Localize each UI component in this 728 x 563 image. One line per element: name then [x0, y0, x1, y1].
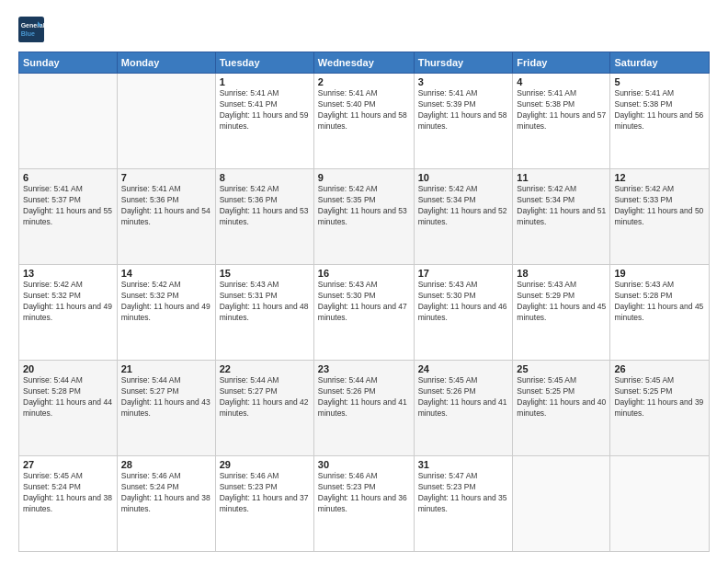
calendar-cell: 15Sunrise: 5:43 AMSunset: 5:31 PMDayligh…	[215, 265, 313, 361]
day-number: 11	[517, 172, 606, 183]
calendar-cell: 30Sunrise: 5:46 AMSunset: 5:23 PMDayligh…	[313, 456, 414, 552]
calendar-cell: 24Sunrise: 5:45 AMSunset: 5:26 PMDayligh…	[414, 361, 513, 456]
calendar-cell: 20Sunrise: 5:44 AMSunset: 5:28 PMDayligh…	[19, 361, 118, 456]
day-info: Sunrise: 5:41 AMSunset: 5:38 PMDaylight:…	[614, 88, 705, 132]
calendar-cell: 9Sunrise: 5:42 AMSunset: 5:35 PMDaylight…	[313, 169, 414, 265]
day-number: 31	[418, 459, 509, 470]
weekday-header-thursday: Thursday	[414, 52, 513, 74]
day-number: 15	[220, 268, 310, 279]
calendar-cell: 29Sunrise: 5:46 AMSunset: 5:23 PMDayligh…	[215, 456, 313, 552]
day-info: Sunrise: 5:43 AMSunset: 5:30 PMDaylight:…	[318, 280, 410, 324]
calendar-cell: 10Sunrise: 5:42 AMSunset: 5:34 PMDayligh…	[414, 169, 513, 265]
weekday-header-sunday: Sunday	[19, 52, 118, 74]
week-row-1: 1Sunrise: 5:41 AMSunset: 5:41 PMDaylight…	[19, 74, 710, 169]
day-info: Sunrise: 5:41 AMSunset: 5:40 PMDaylight:…	[318, 88, 410, 132]
day-number: 17	[418, 268, 509, 279]
calendar-cell: 1Sunrise: 5:41 AMSunset: 5:41 PMDaylight…	[215, 74, 313, 169]
svg-rect-0	[18, 17, 44, 42]
day-number: 19	[614, 268, 705, 279]
weekday-header-saturday: Saturday	[610, 52, 710, 74]
day-info: Sunrise: 5:41 AMSunset: 5:41 PMDaylight:…	[220, 88, 310, 132]
header: General Blue	[18, 17, 710, 42]
day-number: 26	[614, 363, 705, 374]
weekday-header-monday: Monday	[117, 52, 215, 74]
calendar-cell: 21Sunrise: 5:44 AMSunset: 5:27 PMDayligh…	[117, 361, 215, 456]
day-info: Sunrise: 5:45 AMSunset: 5:25 PMDaylight:…	[517, 375, 606, 419]
calendar-cell: 2Sunrise: 5:41 AMSunset: 5:40 PMDaylight…	[313, 74, 414, 169]
day-number: 28	[121, 459, 211, 470]
day-info: Sunrise: 5:45 AMSunset: 5:24 PMDaylight:…	[23, 471, 113, 515]
calendar-cell: 12Sunrise: 5:42 AMSunset: 5:33 PMDayligh…	[610, 169, 710, 265]
day-number: 14	[121, 268, 211, 279]
calendar-cell: 22Sunrise: 5:44 AMSunset: 5:27 PMDayligh…	[215, 361, 313, 456]
day-info: Sunrise: 5:43 AMSunset: 5:30 PMDaylight:…	[418, 280, 509, 324]
day-info: Sunrise: 5:44 AMSunset: 5:26 PMDaylight:…	[318, 375, 410, 419]
day-number: 13	[23, 268, 113, 279]
day-number: 9	[318, 172, 410, 183]
calendar-cell: 3Sunrise: 5:41 AMSunset: 5:39 PMDaylight…	[414, 74, 513, 169]
day-number: 27	[23, 459, 113, 470]
svg-text:Blue: Blue	[21, 30, 35, 37]
calendar-cell: 18Sunrise: 5:43 AMSunset: 5:29 PMDayligh…	[513, 265, 610, 361]
calendar-cell	[19, 74, 118, 169]
day-info: Sunrise: 5:46 AMSunset: 5:24 PMDaylight:…	[121, 471, 211, 515]
weekday-header-wednesday: Wednesday	[313, 52, 414, 74]
day-number: 23	[318, 363, 410, 374]
day-number: 30	[318, 459, 410, 470]
day-info: Sunrise: 5:41 AMSunset: 5:37 PMDaylight:…	[23, 184, 113, 228]
day-number: 4	[517, 76, 606, 87]
day-number: 7	[121, 172, 211, 183]
weekday-header-row: SundayMondayTuesdayWednesdayThursdayFrid…	[19, 52, 710, 74]
day-info: Sunrise: 5:42 AMSunset: 5:34 PMDaylight:…	[517, 184, 606, 228]
calendar-cell: 19Sunrise: 5:43 AMSunset: 5:28 PMDayligh…	[610, 265, 710, 361]
day-info: Sunrise: 5:44 AMSunset: 5:27 PMDaylight:…	[220, 375, 310, 419]
day-number: 22	[220, 363, 310, 374]
day-number: 12	[614, 172, 705, 183]
day-info: Sunrise: 5:46 AMSunset: 5:23 PMDaylight:…	[220, 471, 310, 515]
day-info: Sunrise: 5:43 AMSunset: 5:29 PMDaylight:…	[517, 280, 606, 324]
calendar-cell: 4Sunrise: 5:41 AMSunset: 5:38 PMDaylight…	[513, 74, 610, 169]
day-info: Sunrise: 5:43 AMSunset: 5:31 PMDaylight:…	[220, 280, 310, 324]
day-info: Sunrise: 5:41 AMSunset: 5:39 PMDaylight:…	[418, 88, 509, 132]
calendar-cell: 5Sunrise: 5:41 AMSunset: 5:38 PMDaylight…	[610, 74, 710, 169]
day-info: Sunrise: 5:42 AMSunset: 5:32 PMDaylight:…	[121, 280, 211, 324]
calendar-cell	[513, 456, 610, 552]
day-number: 16	[318, 268, 410, 279]
day-info: Sunrise: 5:46 AMSunset: 5:23 PMDaylight:…	[318, 471, 410, 515]
day-info: Sunrise: 5:42 AMSunset: 5:35 PMDaylight:…	[318, 184, 410, 228]
calendar-cell	[117, 74, 215, 169]
week-row-4: 20Sunrise: 5:44 AMSunset: 5:28 PMDayligh…	[19, 361, 710, 456]
calendar-cell: 26Sunrise: 5:45 AMSunset: 5:25 PMDayligh…	[610, 361, 710, 456]
day-number: 3	[418, 76, 509, 87]
day-info: Sunrise: 5:42 AMSunset: 5:33 PMDaylight:…	[614, 184, 705, 228]
calendar-cell: 7Sunrise: 5:41 AMSunset: 5:36 PMDaylight…	[117, 169, 215, 265]
calendar-cell: 14Sunrise: 5:42 AMSunset: 5:32 PMDayligh…	[117, 265, 215, 361]
calendar-cell	[610, 456, 710, 552]
calendar-cell: 11Sunrise: 5:42 AMSunset: 5:34 PMDayligh…	[513, 169, 610, 265]
day-info: Sunrise: 5:43 AMSunset: 5:28 PMDaylight:…	[614, 280, 705, 324]
day-info: Sunrise: 5:41 AMSunset: 5:38 PMDaylight:…	[517, 88, 606, 132]
calendar-cell: 27Sunrise: 5:45 AMSunset: 5:24 PMDayligh…	[19, 456, 118, 552]
day-info: Sunrise: 5:44 AMSunset: 5:27 PMDaylight:…	[121, 375, 211, 419]
day-number: 6	[23, 172, 113, 183]
day-number: 25	[517, 363, 606, 374]
day-info: Sunrise: 5:42 AMSunset: 5:36 PMDaylight:…	[220, 184, 310, 228]
day-info: Sunrise: 5:41 AMSunset: 5:36 PMDaylight:…	[121, 184, 211, 228]
week-row-5: 27Sunrise: 5:45 AMSunset: 5:24 PMDayligh…	[19, 456, 710, 552]
calendar-cell: 23Sunrise: 5:44 AMSunset: 5:26 PMDayligh…	[313, 361, 414, 456]
day-info: Sunrise: 5:45 AMSunset: 5:26 PMDaylight:…	[418, 375, 509, 419]
page: General Blue SundayMondayTuesdayWednesda…	[0, 0, 728, 563]
day-info: Sunrise: 5:44 AMSunset: 5:28 PMDaylight:…	[23, 375, 113, 419]
logo-icon: General Blue	[18, 17, 44, 42]
weekday-header-friday: Friday	[513, 52, 610, 74]
weekday-header-tuesday: Tuesday	[215, 52, 313, 74]
calendar-cell: 31Sunrise: 5:47 AMSunset: 5:23 PMDayligh…	[414, 456, 513, 552]
week-row-2: 6Sunrise: 5:41 AMSunset: 5:37 PMDaylight…	[19, 169, 710, 265]
logo: General Blue	[18, 17, 44, 42]
day-info: Sunrise: 5:42 AMSunset: 5:34 PMDaylight:…	[418, 184, 509, 228]
day-number: 2	[318, 76, 410, 87]
calendar-cell: 6Sunrise: 5:41 AMSunset: 5:37 PMDaylight…	[19, 169, 118, 265]
day-info: Sunrise: 5:47 AMSunset: 5:23 PMDaylight:…	[418, 471, 509, 515]
calendar-cell: 16Sunrise: 5:43 AMSunset: 5:30 PMDayligh…	[313, 265, 414, 361]
day-number: 5	[614, 76, 705, 87]
